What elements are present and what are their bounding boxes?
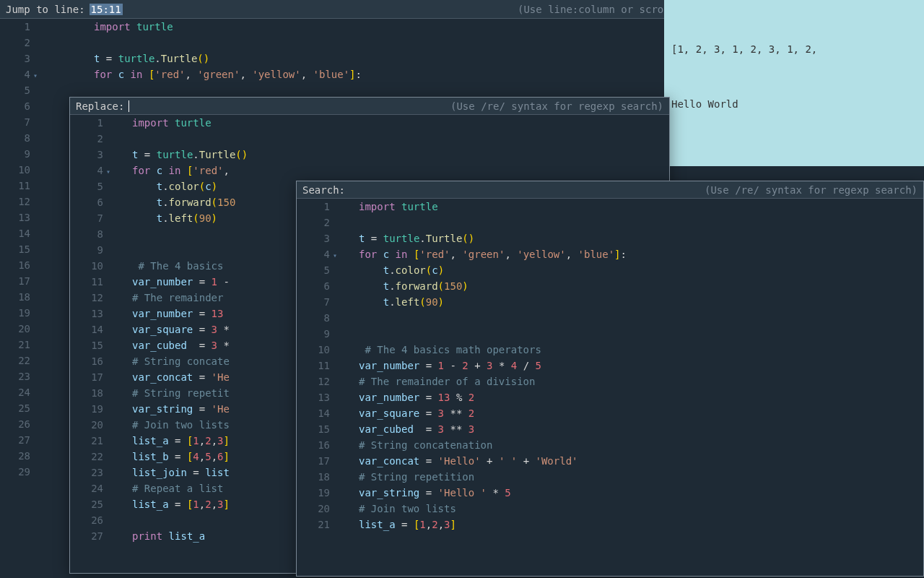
line-number: 16	[0, 257, 30, 273]
search-header[interactable]: Search: (Use /re/ syntax for regexp sear…	[297, 181, 923, 199]
line-number: 18	[0, 289, 30, 305]
line-number: 24	[70, 480, 103, 496]
output-panel: [1, 2, 3, 1, 2, 3, 1, 2, Hello World	[664, 0, 924, 166]
line-number: 18	[297, 469, 330, 485]
search-hint: (Use /re/ syntax for regexp search)	[705, 184, 918, 196]
line-number: 25	[70, 496, 103, 512]
line-number: 10	[0, 162, 30, 178]
line-number: 8	[0, 130, 30, 146]
output-line: Hello World	[671, 95, 917, 113]
line-number: 24	[0, 384, 30, 400]
line-number: 4	[297, 246, 330, 262]
line-number: 9	[0, 146, 30, 162]
line-number: 28	[0, 448, 30, 464]
line-number: 11	[297, 358, 330, 374]
search-panel[interactable]: Search: (Use /re/ syntax for regexp sear…	[296, 181, 924, 577]
line-number: 21	[70, 433, 103, 449]
line-number: 19	[70, 401, 103, 417]
line-number: 2	[0, 35, 30, 51]
editor-gutter: 1234567891011121314151617181920212223242…	[70, 115, 109, 544]
line-number: 22	[70, 449, 103, 465]
line-number: 12	[70, 290, 103, 306]
line-number: 19	[0, 305, 30, 321]
line-number: 11	[70, 274, 103, 290]
replace-header[interactable]: Replace: (Use /re/ syntax for regexp sea…	[70, 98, 669, 115]
line-number: 20	[70, 417, 103, 433]
line-number: 7	[0, 114, 30, 130]
line-number: 2	[297, 215, 330, 230]
line-number: 4	[0, 66, 30, 82]
line-number: 3	[0, 51, 30, 66]
line-number: 13	[0, 210, 30, 225]
replace-hint: (Use /re/ syntax for regexp search)	[450, 100, 663, 112]
line-number: 18	[70, 385, 103, 401]
line-number: 17	[297, 453, 330, 469]
line-number: 13	[70, 306, 103, 322]
line-number: 20	[297, 501, 330, 517]
line-number: 6	[70, 194, 103, 210]
line-number: 27	[70, 528, 103, 544]
line-number: 5	[297, 262, 330, 278]
line-number: 5	[0, 82, 30, 98]
line-number: 9	[70, 242, 103, 258]
line-number: 12	[297, 374, 330, 389]
output-line: [1, 2, 3, 1, 2, 3, 1, 2,	[671, 40, 917, 59]
line-number: 2	[70, 131, 103, 147]
line-number: 1	[0, 19, 30, 35]
line-number: 27	[0, 432, 30, 448]
line-number: 8	[297, 310, 330, 326]
replace-label: Replace:	[76, 100, 124, 112]
line-number: 14	[70, 322, 103, 337]
line-number: 29	[0, 464, 30, 480]
line-number: 3	[297, 230, 330, 246]
line-number: 23	[0, 368, 30, 384]
editor-gutter: 123456789101112131415161718192021	[297, 199, 336, 532]
search-label: Search:	[302, 184, 345, 196]
line-number: 12	[0, 194, 30, 210]
line-number: 15	[297, 421, 330, 437]
line-number: 5	[70, 178, 103, 194]
jump-label: Jump to line:	[6, 4, 85, 15]
line-number: 14	[297, 405, 330, 421]
line-number: 25	[0, 400, 30, 416]
line-number: 17	[0, 273, 30, 289]
line-number: 6	[297, 278, 330, 294]
line-number: 7	[70, 210, 103, 226]
line-number: 13	[297, 389, 330, 405]
line-number: 8	[70, 226, 103, 242]
editor-gutter: 1234567891011121314151617181920212223242…	[0, 19, 38, 578]
line-number: 10	[297, 342, 330, 358]
line-number: 11	[0, 178, 30, 194]
line-number: 16	[297, 437, 330, 453]
line-number: 20	[0, 321, 30, 337]
line-number: 22	[0, 353, 30, 368]
jump-value[interactable]: 15:11	[90, 4, 123, 15]
line-number: 16	[70, 353, 103, 369]
code-area[interactable]: import turtle t = turtle.Turtle() for c …	[336, 199, 923, 532]
line-number: 26	[0, 416, 30, 432]
line-number: 9	[297, 326, 330, 342]
line-number: 1	[297, 199, 330, 215]
line-number: 14	[0, 225, 30, 241]
line-number: 7	[297, 294, 330, 310]
line-number: 3	[70, 147, 103, 163]
line-number: 15	[0, 241, 30, 257]
line-number: 23	[70, 465, 103, 480]
line-number: 17	[70, 369, 103, 385]
text-cursor-icon	[128, 100, 129, 112]
line-number: 21	[297, 517, 330, 532]
line-number: 10	[70, 258, 103, 274]
line-number: 6	[0, 98, 30, 114]
line-number: 26	[70, 512, 103, 528]
line-number: 4	[70, 163, 103, 178]
line-number: 21	[0, 337, 30, 353]
line-number: 19	[297, 485, 330, 501]
line-number: 15	[70, 337, 103, 353]
line-number: 1	[70, 115, 103, 131]
